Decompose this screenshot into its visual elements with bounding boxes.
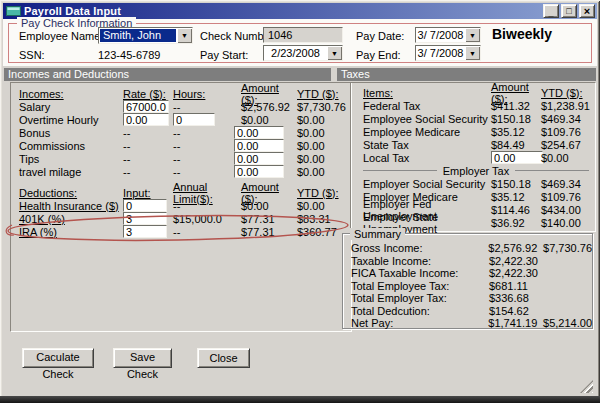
- commissions-amount-input[interactable]: [234, 139, 284, 152]
- travel-milage-hours: --: [171, 166, 234, 178]
- state-tax-amount: $84.49: [491, 139, 541, 151]
- ytd-col-header: YTD ($):: [294, 88, 351, 100]
- overtime-rate-input[interactable]: [123, 113, 169, 126]
- bonus-rate: --: [121, 127, 171, 139]
- salary-rate-input[interactable]: [123, 100, 169, 113]
- local-tax-label: Local Tax: [363, 152, 491, 164]
- bonus-ytd: $0.00: [294, 127, 351, 139]
- incomes-col-header: Incomes:: [19, 88, 121, 100]
- employee-name-dropdown-button[interactable]: ▼: [177, 28, 192, 43]
- check-number-field: 1046: [263, 27, 343, 43]
- income-row-overtime: Overtime Hourly $0.00 $0.00: [19, 113, 351, 126]
- close-button[interactable]: ×: [579, 4, 595, 18]
- divider-line: [363, 170, 437, 171]
- summary-groupbox-label: Summary: [350, 228, 405, 240]
- state-tax-ytd: $254.67: [541, 139, 595, 151]
- pay-start-value: 2/23/2008: [264, 46, 327, 60]
- gross-income-label: Gross Income:: [351, 242, 488, 254]
- tax-row-employee-ss: Employee Social Security $150.18 $469.34: [363, 112, 595, 125]
- health-insurance-label: Health Insurance ($): [19, 200, 121, 212]
- dropdown-arrow-icon: ▼: [181, 32, 188, 39]
- employee-medicare-ytd: $109.76: [541, 126, 595, 138]
- paycheck-information-section: Pay Check Information Employee Name: Smi…: [3, 19, 597, 66]
- deductions-header-row: Deductions: Input: Annual Limit($): Amou…: [19, 186, 351, 199]
- travel-milage-amount-input[interactable]: [234, 165, 284, 178]
- dropdown-arrow-icon: ▼: [331, 50, 338, 57]
- health-insurance-ytd: $0.00: [294, 200, 351, 212]
- overtime-amount: $0.00: [234, 114, 294, 126]
- employer-medicare-ytd: $109.76: [541, 191, 595, 203]
- deduction-row-401k: 401K (%) $15,000.0 $77.31 $83.31: [19, 212, 351, 225]
- rate-col-header: Rate ($):: [121, 88, 171, 100]
- travel-milage-label: travel milage: [19, 166, 121, 178]
- employee-ss-label: Employee Social Security: [363, 113, 491, 125]
- total-employee-tax-label: Total Employee Tax:: [351, 280, 489, 292]
- summary-row-total-employer-tax: Total Employer Tax: $336.68: [351, 292, 592, 305]
- close-check-button[interactable]: Close: [197, 348, 250, 368]
- pay-end-dropdown-button[interactable]: ▼: [465, 46, 480, 60]
- overtime-hours-input[interactable]: [173, 113, 215, 126]
- pay-date-dropdown-button[interactable]: ▼: [465, 28, 480, 42]
- taxes-header-row: Items: Amount ($): YTD ($):: [363, 86, 595, 99]
- health-insurance-amount: $0.00: [234, 200, 294, 212]
- minimize-icon: _: [544, 8, 558, 18]
- tax-row-employer-ss: Employer Social Security $150.18 $469.34: [363, 177, 595, 190]
- tips-amount-input[interactable]: [234, 152, 284, 165]
- summary-row-total-employee-tax: Total Employee Tax: $681.11: [351, 280, 592, 293]
- save-check-button[interactable]: Save Check: [113, 348, 172, 368]
- 401k-amount: $77.31: [234, 213, 294, 225]
- employee-name-combobox[interactable]: Smith, John ▼: [98, 27, 193, 44]
- ssn-label: SSN:: [19, 49, 45, 61]
- deduction-row-ira: IRA (%) -- $77.31 $360.77: [19, 225, 351, 238]
- fica-taxable-income-value: $2,422.30: [489, 267, 544, 279]
- dropdown-arrow-icon: ▼: [469, 50, 476, 57]
- local-tax-input[interactable]: [491, 151, 543, 164]
- gross-income-value: $2,576.92: [488, 242, 543, 254]
- pay-end-value: 3/ 7/2008: [416, 46, 465, 60]
- taxes-body: Items: Amount ($): YTD ($): Federal Tax …: [350, 82, 596, 232]
- maximize-icon: □: [562, 6, 576, 16]
- 401k-ytd: $83.31: [294, 213, 351, 225]
- 401k-label: 401K (%): [19, 213, 121, 225]
- federal-tax-ytd: $1,238.91: [541, 100, 595, 112]
- resize-grip[interactable]: [580, 380, 593, 393]
- 401k-input[interactable]: [123, 212, 167, 225]
- net-pay-label: Net Pay:: [351, 317, 488, 329]
- employee-ss-ytd: $469.34: [541, 113, 595, 125]
- overtime-ytd: $0.00: [294, 114, 351, 126]
- dropdown-arrow-icon: ▼: [469, 32, 476, 39]
- 401k-limit: $15,000.0: [171, 213, 234, 225]
- total-deduction-value: $154.62: [489, 305, 544, 317]
- bonus-amount-input[interactable]: [234, 126, 284, 139]
- income-row-bonus: Bonus -- -- $0.00: [19, 126, 351, 139]
- commissions-label: Commissions: [19, 140, 121, 152]
- incomes-deductions-panel-header: Incomes and Deductions: [4, 68, 331, 81]
- deductions-col-header: Deductions:: [19, 187, 121, 199]
- pay-end-label: Pay End:: [356, 49, 401, 61]
- pay-start-picker[interactable]: 2/23/2008 ▼: [263, 45, 343, 61]
- bottom-dark-band: [0, 396, 600, 403]
- pay-start-dropdown-button[interactable]: ▼: [327, 46, 342, 60]
- incomes-deductions-body: Incomes: Rate ($): Hours: Amount ($): YT…: [10, 82, 352, 332]
- minimize-button[interactable]: _: [543, 4, 559, 18]
- summary-row-gross-income: Gross Income: $2,576.92 $7,730.76: [351, 242, 592, 255]
- taxable-income-label: Taxable Income:: [351, 255, 489, 267]
- check-number-value: 1046: [268, 29, 292, 41]
- window-title: Payroll Data Input: [24, 5, 541, 17]
- health-insurance-input[interactable]: [123, 199, 167, 212]
- travel-milage-ytd: $0.00: [294, 166, 351, 178]
- pay-end-picker[interactable]: 3/ 7/2008 ▼: [415, 45, 481, 61]
- commissions-hours: --: [171, 140, 234, 152]
- close-icon: ×: [580, 6, 594, 17]
- pay-date-picker[interactable]: 3/ 7/2008 ▼: [415, 27, 481, 43]
- pay-date-label: Pay Date:: [356, 30, 404, 42]
- overtime-label: Overtime Hourly: [19, 114, 121, 126]
- employer-state-unemployment-ytd: $140.00: [541, 217, 595, 229]
- calculate-check-button[interactable]: Caculate Check: [22, 348, 94, 368]
- ira-input[interactable]: [123, 225, 167, 238]
- employee-name-label: Employee Name:: [19, 30, 103, 42]
- tax-ytd-col-header: YTD ($):: [541, 87, 595, 99]
- total-employee-tax-value: $681.11: [489, 280, 544, 292]
- local-tax-ytd: $0.00: [541, 152, 595, 164]
- maximize-button[interactable]: □: [561, 4, 577, 18]
